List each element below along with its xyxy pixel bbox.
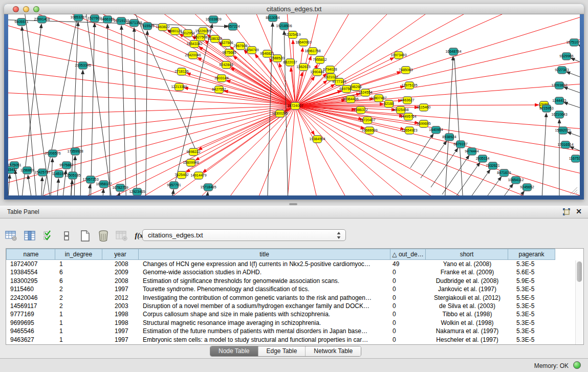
graph-node[interactable]: 9474444 bbox=[465, 148, 478, 155]
table-cell[interactable]: 2 bbox=[55, 302, 103, 310]
table-cell[interactable]: Nakamura et al. (1997) bbox=[426, 327, 509, 335]
graph-node[interactable]: 1244415 bbox=[552, 97, 566, 104]
column-header-out_de[interactable]: △ out_de… bbox=[390, 249, 426, 260]
table-row[interactable]: 911546021997Tourette syndrome. Phenomeno… bbox=[6, 285, 583, 293]
close-panel-icon[interactable]: ✕ bbox=[575, 207, 583, 216]
graph-node[interactable]: 27691406 bbox=[34, 16, 50, 23]
graph-node[interactable]: 1527602 bbox=[88, 15, 101, 22]
table-cell[interactable]: Tourette syndrome. Phenomenology and cla… bbox=[139, 285, 391, 293]
table-cell[interactable]: Genome-wide association studies in ADHD. bbox=[139, 268, 391, 276]
graph-node[interactable]: 7857224 bbox=[226, 23, 239, 30]
graph-node[interactable]: 15692071 bbox=[555, 127, 571, 134]
table-cell[interactable]: 1997 bbox=[102, 327, 139, 335]
table-cell[interactable]: Embryonic stem cells: a model to study s… bbox=[139, 336, 391, 344]
table-row[interactable]: 2242004622012Investigating the contribut… bbox=[6, 294, 583, 302]
table-cell[interactable]: Corpus callosum shape and size in male p… bbox=[139, 310, 391, 318]
table-cell[interactable]: 0 bbox=[390, 294, 426, 302]
table-cell[interactable]: 1 bbox=[55, 319, 103, 327]
graph-node[interactable]: 2935114 bbox=[476, 155, 490, 162]
graph-node[interactable]: 9463627 bbox=[400, 97, 414, 104]
table-cell[interactable]: 9699695 bbox=[6, 319, 56, 327]
graph-node[interactable]: 12923465 bbox=[129, 188, 145, 195]
table-row[interactable]: 1872400712008Changes of HCN gene express… bbox=[6, 260, 583, 268]
tab-network-table[interactable]: Network Table bbox=[306, 346, 361, 356]
table-row[interactable]: 946554611997Estimation of the future num… bbox=[6, 327, 583, 335]
table-cell[interactable]: 5.3E-5 bbox=[508, 336, 556, 344]
table-cell[interactable]: Yano et al. (2008) bbox=[426, 260, 509, 268]
graph-node[interactable]: 10654112 bbox=[508, 177, 524, 184]
table-cell[interactable]: 5.3E-5 bbox=[508, 319, 556, 327]
table-cell[interactable]: 18300295 bbox=[6, 277, 56, 285]
graph-node[interactable]: 9329966 bbox=[559, 53, 573, 60]
table-cell[interactable]: 1 bbox=[55, 336, 103, 344]
panel-divider-handle[interactable] bbox=[289, 203, 297, 205]
graph-node[interactable]: 1640954 bbox=[429, 126, 443, 134]
table-cell[interactable]: 5.3E-5 bbox=[508, 327, 556, 335]
graph-node[interactable]: 9699695 bbox=[417, 120, 430, 127]
table-cell[interactable]: Investigating the contribution of common… bbox=[139, 294, 391, 302]
graph-node[interactable]: 20364436 bbox=[342, 96, 358, 103]
table-cell[interactable]: 0 bbox=[390, 327, 426, 335]
table-cell[interactable]: 2 bbox=[55, 285, 103, 293]
row-height-icon[interactable] bbox=[60, 230, 73, 242]
graph-node[interactable]: 18640910 bbox=[295, 39, 311, 46]
graph-node[interactable]: 12975135 bbox=[401, 82, 417, 89]
graph-node[interactable]: 12654923 bbox=[401, 127, 417, 134]
table-cell[interactable]: Jankovic et al. (1997) bbox=[426, 285, 509, 293]
graph-node[interactable]: 7625402 bbox=[175, 171, 188, 179]
table-cell[interactable]: 5.9E-5 bbox=[508, 277, 556, 285]
graph-node[interactable]: 16958107 bbox=[96, 181, 112, 188]
table-cell[interactable]: 0 bbox=[390, 302, 426, 310]
table-cell[interactable]: 5.3E-5 bbox=[508, 310, 556, 318]
table-cell[interactable]: 5.6E-5 bbox=[508, 268, 556, 276]
graph-node[interactable]: 3915411 bbox=[8, 166, 17, 173]
table-row[interactable]: 946362711997Embryonic stem cells: a mode… bbox=[6, 336, 583, 344]
table-cell[interactable]: Stergiakouli et al. (2012) bbox=[426, 294, 509, 302]
table-cell[interactable]: 1 bbox=[55, 260, 103, 268]
table-cell[interactable]: 5.3E-5 bbox=[508, 285, 556, 293]
graph-node[interactable]: 9115460 bbox=[417, 104, 431, 111]
table-cell[interactable]: 6 bbox=[55, 268, 103, 276]
table-cell[interactable]: 1998 bbox=[102, 310, 139, 318]
table-cell[interactable]: 1 bbox=[55, 327, 103, 335]
graph-node[interactable]: 9857791 bbox=[167, 182, 181, 189]
graph-node[interactable]: 7955812 bbox=[313, 56, 326, 63]
table-row[interactable]: 977716911998Corpus callosum shape and si… bbox=[6, 310, 583, 318]
graph-node[interactable]: 7515526 bbox=[140, 23, 154, 30]
table-cell[interactable]: 5.5E-5 bbox=[508, 294, 556, 302]
graph-node[interactable]: 16210643 bbox=[551, 111, 567, 118]
graph-node[interactable]: 14914479 bbox=[190, 172, 206, 179]
graph-node[interactable]: 1588520 bbox=[270, 55, 284, 62]
table-cell[interactable]: Estimation of the future numbers of pati… bbox=[139, 327, 391, 335]
graph-node[interactable]: 1362615 bbox=[296, 63, 310, 71]
graph-node[interactable]: 16961758 bbox=[304, 48, 320, 55]
table-cell[interactable]: 2008 bbox=[102, 260, 139, 268]
table-cell[interactable]: Disruption of a novel member of a sodium… bbox=[139, 302, 391, 310]
graph-node[interactable]: 82160 bbox=[384, 100, 394, 107]
table-cell[interactable]: 0 bbox=[390, 285, 426, 293]
graph-node[interactable]: 8938924 bbox=[442, 134, 456, 141]
table-cell[interactable]: 9777169 bbox=[6, 310, 56, 318]
table-row[interactable]: 1938455462009Genome-wide association stu… bbox=[6, 268, 583, 276]
graph-node[interactable]: 8822037 bbox=[283, 59, 297, 66]
graph-node[interactable]: 8471676 bbox=[497, 169, 511, 177]
graph-node[interactable]: 12325419 bbox=[285, 31, 300, 38]
graph-node[interactable]: 9227343 bbox=[555, 67, 569, 74]
graph-node[interactable]: 9527508 bbox=[193, 34, 207, 41]
table-cell[interactable]: Hescheler et al. (1997) bbox=[426, 336, 509, 344]
tab-edge-table[interactable]: Edge Table bbox=[258, 346, 306, 356]
graph-node[interactable]: 20206576 bbox=[45, 150, 60, 157]
table-cell[interactable]: 2 bbox=[55, 294, 103, 302]
table-cell[interactable]: 22420046 bbox=[6, 294, 56, 302]
graph-node[interactable]: 16033809 bbox=[205, 16, 221, 23]
table-cell[interactable]: 0 bbox=[390, 336, 426, 344]
graph-node[interactable]: 15609948 bbox=[183, 159, 199, 166]
table-row[interactable]: 1830029562008Estimation of significance … bbox=[6, 277, 583, 285]
graph-node[interactable]: 6794028 bbox=[323, 66, 337, 73]
table-cell[interactable]: 9115460 bbox=[6, 285, 56, 293]
table-cell[interactable]: 1998 bbox=[102, 319, 139, 327]
graph-node[interactable]: 1167533 bbox=[569, 155, 580, 162]
graph-node[interactable]: 9466163 bbox=[100, 16, 114, 23]
delete-table-icon[interactable] bbox=[97, 230, 110, 242]
network-graph-canvas[interactable]: 7463822866012859129541522605595275088186… bbox=[8, 14, 580, 195]
